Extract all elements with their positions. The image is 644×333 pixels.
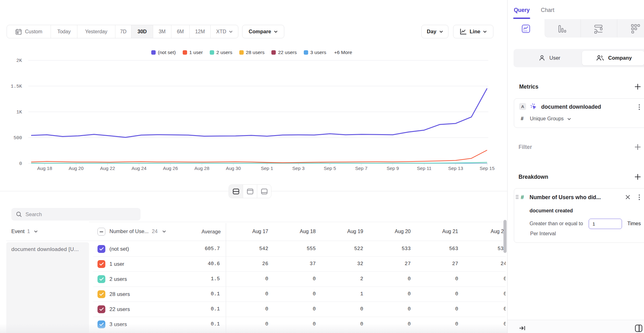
svg-text:Sep 5: Sep 5 bbox=[324, 166, 336, 171]
svg-text:500: 500 bbox=[14, 135, 22, 141]
svg-text:Sep 3: Sep 3 bbox=[292, 166, 304, 171]
svg-text:1.5K: 1.5K bbox=[11, 84, 22, 89]
svg-text:Aug 30: Aug 30 bbox=[226, 166, 241, 171]
svg-text:Aug 26: Aug 26 bbox=[163, 166, 178, 171]
svg-text:Aug 28: Aug 28 bbox=[194, 166, 209, 171]
svg-text:Sep 1: Sep 1 bbox=[261, 166, 273, 171]
svg-text:Sep 15: Sep 15 bbox=[480, 166, 495, 171]
svg-text:Aug 22: Aug 22 bbox=[100, 166, 115, 171]
svg-text:Sep 11: Sep 11 bbox=[417, 166, 431, 171]
svg-text:Aug 18: Aug 18 bbox=[37, 166, 52, 171]
svg-text:1K: 1K bbox=[16, 110, 22, 115]
svg-text:Aug 24: Aug 24 bbox=[131, 166, 147, 171]
svg-text:0: 0 bbox=[19, 161, 22, 166]
svg-text:Sep 9: Sep 9 bbox=[386, 166, 399, 171]
svg-text:Aug 20: Aug 20 bbox=[69, 166, 84, 171]
svg-text:2K: 2K bbox=[16, 58, 22, 63]
svg-text:Sep 7: Sep 7 bbox=[355, 166, 367, 171]
svg-text:Sep 13: Sep 13 bbox=[448, 166, 463, 171]
